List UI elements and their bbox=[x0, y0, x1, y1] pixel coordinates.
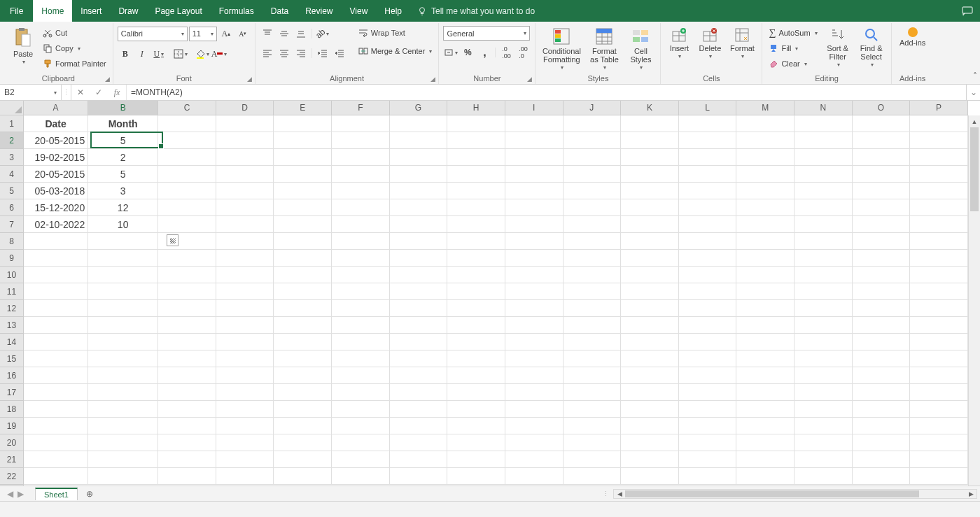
cell[interactable] bbox=[853, 468, 911, 485]
cell[interactable] bbox=[274, 401, 332, 418]
cell[interactable] bbox=[88, 250, 158, 267]
cell[interactable] bbox=[274, 300, 332, 317]
cell[interactable] bbox=[910, 199, 968, 216]
cell[interactable] bbox=[332, 451, 390, 468]
cell[interactable] bbox=[274, 384, 332, 401]
cell[interactable] bbox=[794, 183, 853, 199]
cell[interactable] bbox=[390, 434, 448, 451]
cell[interactable] bbox=[216, 401, 274, 418]
cell[interactable] bbox=[736, 233, 794, 250]
cell[interactable] bbox=[564, 199, 622, 216]
cell[interactable] bbox=[621, 451, 679, 468]
cell[interactable] bbox=[621, 149, 679, 166]
cell[interactable] bbox=[505, 434, 564, 451]
column-header[interactable]: C bbox=[158, 101, 216, 115]
cell[interactable] bbox=[274, 267, 332, 283]
cell[interactable] bbox=[447, 132, 505, 149]
cell[interactable] bbox=[910, 132, 968, 149]
tell-me-search[interactable]: Tell me what you want to do bbox=[410, 0, 542, 22]
row-header[interactable]: 11 bbox=[0, 283, 23, 300]
cell[interactable] bbox=[505, 384, 564, 401]
column-header[interactable]: E bbox=[274, 101, 332, 115]
cell[interactable] bbox=[679, 115, 737, 132]
cell[interactable] bbox=[88, 283, 158, 300]
cell[interactable] bbox=[24, 401, 88, 418]
row-header[interactable]: 7 bbox=[0, 216, 23, 233]
cell[interactable] bbox=[564, 468, 622, 485]
format-as-table-button[interactable]: Format as Table▾ bbox=[586, 26, 622, 73]
cell[interactable] bbox=[910, 283, 968, 300]
cell[interactable] bbox=[910, 250, 968, 267]
insert-cells-button[interactable]: Insert▾ bbox=[665, 26, 693, 62]
tab-home[interactable]: Home bbox=[33, 0, 72, 22]
cell[interactable] bbox=[910, 149, 968, 166]
percent-button[interactable]: % bbox=[460, 45, 475, 60]
cell[interactable]: 20-05-2015 bbox=[24, 132, 88, 149]
cell[interactable] bbox=[216, 418, 274, 434]
column-header[interactable]: F bbox=[332, 101, 390, 115]
cell[interactable] bbox=[853, 132, 911, 149]
cell[interactable] bbox=[679, 367, 737, 384]
cell[interactable] bbox=[447, 418, 505, 434]
cell[interactable] bbox=[447, 183, 505, 199]
cell[interactable] bbox=[390, 367, 448, 384]
tab-data[interactable]: Data bbox=[262, 0, 297, 22]
cell[interactable] bbox=[564, 350, 622, 367]
cell[interactable] bbox=[679, 283, 737, 300]
cell[interactable] bbox=[853, 401, 911, 418]
cell[interactable] bbox=[390, 216, 448, 233]
cell[interactable] bbox=[853, 250, 911, 267]
cell[interactable] bbox=[390, 267, 448, 283]
cell[interactable] bbox=[88, 367, 158, 384]
cell[interactable] bbox=[564, 367, 622, 384]
cell[interactable] bbox=[564, 267, 622, 283]
cell[interactable] bbox=[621, 183, 679, 199]
scroll-up-icon[interactable]: ▲ bbox=[969, 115, 980, 127]
cell[interactable] bbox=[564, 300, 622, 317]
cell[interactable] bbox=[794, 401, 853, 418]
cell[interactable] bbox=[564, 451, 622, 468]
column-header[interactable]: O bbox=[853, 101, 911, 115]
cell[interactable] bbox=[332, 233, 390, 250]
wrap-text-button[interactable]: Wrap Text bbox=[356, 26, 435, 40]
cell[interactable]: 3 bbox=[88, 183, 158, 199]
cell[interactable] bbox=[158, 183, 216, 199]
cell[interactable] bbox=[794, 267, 853, 283]
cell[interactable] bbox=[332, 367, 390, 384]
cell[interactable] bbox=[621, 317, 679, 334]
cell[interactable] bbox=[24, 384, 88, 401]
cell[interactable] bbox=[621, 350, 679, 367]
cell[interactable] bbox=[679, 183, 737, 199]
cell[interactable] bbox=[621, 166, 679, 183]
cell[interactable] bbox=[794, 300, 853, 317]
cell[interactable] bbox=[216, 334, 274, 350]
cell[interactable]: 10 bbox=[88, 216, 158, 233]
shrink-font-button[interactable]: A▾ bbox=[235, 26, 251, 41]
cell[interactable] bbox=[88, 350, 158, 367]
cell[interactable] bbox=[794, 115, 853, 132]
cell[interactable] bbox=[853, 350, 911, 367]
cell[interactable] bbox=[158, 149, 216, 166]
row-header[interactable]: 2 bbox=[0, 132, 23, 149]
cell[interactable] bbox=[621, 233, 679, 250]
cell[interactable] bbox=[736, 149, 794, 166]
cell[interactable] bbox=[158, 267, 216, 283]
conditional-formatting-button[interactable]: Conditional Formatting▾ bbox=[540, 26, 583, 73]
cell-styles-button[interactable]: Cell Styles▾ bbox=[625, 26, 656, 73]
cell[interactable] bbox=[910, 216, 968, 233]
format-painter-button[interactable]: Format Painter bbox=[41, 57, 108, 71]
cell[interactable] bbox=[621, 401, 679, 418]
row-header[interactable]: 19 bbox=[0, 418, 23, 434]
copy-button[interactable]: Copy▾ bbox=[41, 41, 108, 55]
align-top-button[interactable] bbox=[260, 26, 275, 41]
cell[interactable] bbox=[274, 418, 332, 434]
sort-filter-button[interactable]: Sort & Filter▾ bbox=[822, 26, 853, 70]
cell[interactable] bbox=[679, 401, 737, 418]
cell[interactable] bbox=[332, 334, 390, 350]
cell[interactable] bbox=[736, 434, 794, 451]
cell[interactable] bbox=[910, 418, 968, 434]
cell[interactable] bbox=[679, 317, 737, 334]
collapse-ribbon-button[interactable]: ˄ bbox=[973, 71, 977, 81]
cell[interactable] bbox=[390, 401, 448, 418]
cell[interactable] bbox=[621, 384, 679, 401]
